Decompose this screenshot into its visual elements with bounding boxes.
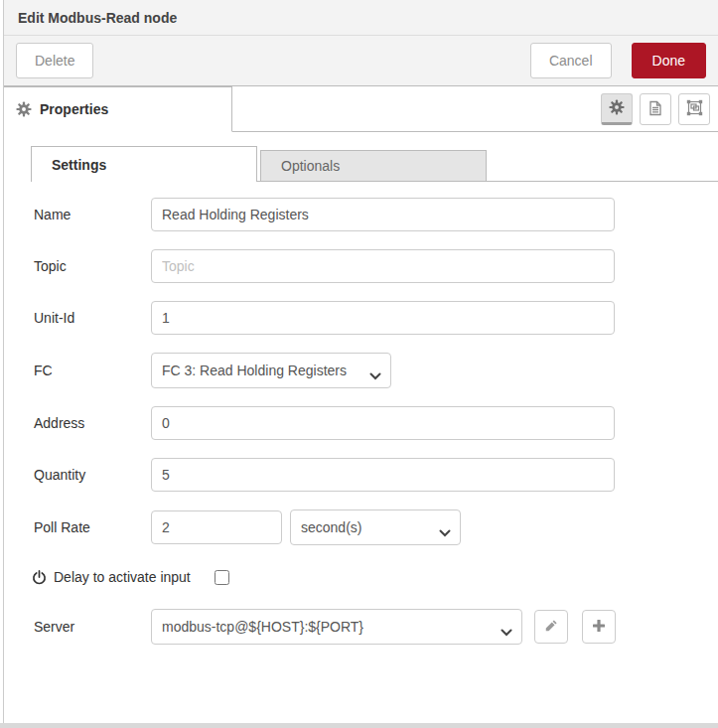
gear-icon <box>16 101 32 117</box>
quantity-row: Quantity <box>34 458 718 492</box>
tab-properties[interactable]: Properties <box>4 86 232 132</box>
appearance-button[interactable] <box>678 93 710 125</box>
poll-rate-input[interactable] <box>151 510 282 544</box>
address-input[interactable] <box>151 406 615 440</box>
plus-icon <box>592 619 606 636</box>
editor-tab-buttons <box>601 93 710 125</box>
delay-row: Delay to activate input <box>32 569 718 585</box>
server-select[interactable]: modbus-tcp@${HOST}:${PORT} <box>151 609 522 645</box>
gear-icon <box>609 99 625 118</box>
tab-properties-label: Properties <box>40 101 108 117</box>
unit-id-input[interactable] <box>151 301 615 335</box>
resize-bar[interactable] <box>0 723 718 728</box>
done-button[interactable]: Done <box>632 43 706 78</box>
edit-server-button[interactable] <box>534 610 568 644</box>
unit-id-label: Unit-Id <box>34 310 151 326</box>
description-button[interactable] <box>640 93 671 125</box>
fc-row: FC FC 3: Read Holding Registers <box>34 353 718 388</box>
delete-button[interactable]: Delete <box>16 43 93 78</box>
poll-rate-unit-select[interactable]: second(s) <box>290 510 461 545</box>
node-settings-button[interactable] <box>601 93 633 125</box>
cancel-button[interactable]: Cancel <box>530 43 612 78</box>
properties-panel: Settings Optionals Name Topic Unit-Id FC <box>4 132 718 645</box>
poll-rate-row: Poll Rate second(s) <box>34 510 718 545</box>
server-row: Server modbus-tcp@${HOST}:${PORT} <box>34 609 718 645</box>
delay-checkbox[interactable] <box>215 570 229 585</box>
topic-row: Topic <box>34 249 718 283</box>
file-text-icon <box>647 100 663 119</box>
add-server-button[interactable] <box>582 610 616 644</box>
quantity-input[interactable] <box>151 458 615 492</box>
fc-select[interactable]: FC 3: Read Holding Registers <box>151 353 391 388</box>
power-icon <box>32 570 47 585</box>
address-label: Address <box>34 415 151 431</box>
pencil-icon <box>544 619 558 636</box>
dialog-title: Edit Modbus-Read node <box>4 0 718 36</box>
server-label: Server <box>34 619 151 635</box>
topic-label: Topic <box>34 258 151 274</box>
topic-input[interactable] <box>151 249 615 283</box>
poll-rate-label: Poll Rate <box>34 519 151 535</box>
editor-tab-bar: Properties <box>4 86 718 132</box>
address-row: Address <box>34 406 718 440</box>
name-label: Name <box>34 207 151 222</box>
unit-id-row: Unit-Id <box>34 301 718 335</box>
quantity-label: Quantity <box>34 467 151 483</box>
settings-tab-bar: Settings Optionals <box>31 143 718 182</box>
object-group-icon <box>686 99 703 119</box>
tab-settings[interactable]: Settings <box>31 146 257 182</box>
delay-label: Delay to activate input <box>54 569 191 585</box>
fc-label: FC <box>34 363 151 378</box>
tab-optionals[interactable]: Optionals <box>260 150 487 181</box>
action-button-row: Delete Cancel Done <box>4 36 718 86</box>
settings-form: Name Topic Unit-Id FC FC 3: Read Holding… <box>4 198 718 645</box>
name-input[interactable] <box>151 198 615 231</box>
edit-node-dialog: Edit Modbus-Read node Delete Cancel Done <box>3 0 718 728</box>
name-row: Name <box>34 198 718 231</box>
